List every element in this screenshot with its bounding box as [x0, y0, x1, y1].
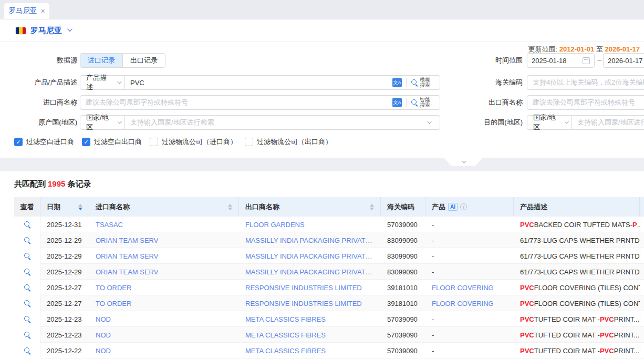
- sort-descending-icon[interactable]: [78, 208, 82, 210]
- view-search-icon[interactable]: [24, 315, 31, 323]
- view-record-button[interactable]: [14, 248, 40, 264]
- view-search-icon[interactable]: [24, 300, 31, 307]
- view-record-button[interactable]: [14, 280, 40, 295]
- column-header-exporter[interactable]: 出口商名称: [239, 197, 381, 217]
- exporter-cell: RESPONSIVE INDUSTRIES LIMITED: [239, 295, 381, 311]
- sort-ascending-icon[interactable]: [78, 204, 82, 207]
- checkbox-icon[interactable]: ✓: [82, 138, 90, 146]
- origin-country-select[interactable]: 国家/地区: [80, 115, 125, 130]
- product-type-value: 产品描述: [86, 73, 112, 92]
- importer-label: 进口商名称: [0, 95, 77, 110]
- date-end-input[interactable]: 2026-01-17: [603, 53, 644, 68]
- collapse-panel-button[interactable]: [444, 158, 483, 166]
- view-search-icon[interactable]: [24, 221, 31, 228]
- tab-romania[interactable]: 罗马尼亚 ×: [4, 3, 49, 19]
- exporter-link[interactable]: META CLASSICS FIBRES: [245, 331, 326, 339]
- fuzzy-search-button[interactable]: 模糊搜索: [411, 77, 430, 88]
- column-label: 查看: [20, 202, 34, 212]
- product-link[interactable]: FLOOR COVERING: [432, 284, 494, 292]
- importer-link[interactable]: NOD: [96, 331, 111, 339]
- importer-link[interactable]: TSASAC: [96, 221, 123, 229]
- view-record-button[interactable]: [14, 232, 40, 248]
- exporter-link[interactable]: META CLASSICS FIBRES: [245, 315, 326, 323]
- column-header-stub: [640, 197, 644, 217]
- exporter-link[interactable]: FLOOR GARDENS: [245, 221, 305, 229]
- checkbox-label: 过滤物流公司（进口商）: [162, 137, 237, 147]
- filter-checkbox-0[interactable]: ✓过滤空白进口商: [14, 137, 74, 147]
- smart-search-button[interactable]: 智能搜索: [411, 97, 430, 108]
- view-record-button[interactable]: [14, 311, 40, 327]
- date-cell: 2025-12-27: [40, 280, 89, 295]
- filter-checkbox-2[interactable]: 过滤物流公司（进口商）: [150, 137, 237, 147]
- view-search-icon[interactable]: [24, 237, 31, 244]
- description-text: TUFTED COIR MAT -: [534, 347, 600, 355]
- exporter-link[interactable]: META CLASSICS FIBRES: [245, 347, 326, 355]
- description-cell: PVC TUFTED COIR MAT - PVC PRINT...: [514, 311, 640, 327]
- sort-control[interactable]: [366, 204, 374, 210]
- exporter-link[interactable]: MASSILLY INDIA PACKAGING PRIVATE LIMI...: [245, 252, 375, 260]
- destination-country-input[interactable]: 支持输入国家/地区进行检索: [572, 115, 644, 130]
- exporter-link[interactable]: RESPONSIVE INDUSTRIES LIMITED: [245, 284, 362, 292]
- date-start-input[interactable]: 2025-01-18: [527, 53, 595, 68]
- filter-checkbox-3[interactable]: 过滤物流公司（出口商）: [245, 137, 332, 147]
- checkbox-icon[interactable]: [150, 138, 158, 146]
- view-record-button[interactable]: [14, 295, 40, 311]
- exporter-link[interactable]: MASSILLY INDIA PACKAGING PRIVATE LIMI...: [245, 237, 375, 244]
- importer-link[interactable]: ORIAN TEAM SERV: [96, 268, 158, 276]
- exporter-cell: MASSILLY INDIA PACKAGING PRIVATE LIMI...: [239, 232, 381, 248]
- sort-ascending-icon[interactable]: [228, 204, 232, 207]
- checkbox-icon[interactable]: [245, 138, 253, 146]
- importer-link[interactable]: NOD: [96, 315, 111, 323]
- info-icon[interactable]: i: [460, 203, 467, 210]
- chevron-down-icon[interactable]: [67, 26, 72, 32]
- translate-icon[interactable]: 文A: [392, 78, 402, 87]
- view-record-button[interactable]: [14, 327, 40, 343]
- exporter-input[interactable]: 建议去除公司尾部字符或特殊符号: [527, 95, 644, 110]
- exporter-link[interactable]: MASSILLY INDIA PACKAGING PRIVATE LIMI...: [245, 268, 375, 276]
- data-source-option-0[interactable]: 进口记录: [80, 54, 122, 67]
- view-search-icon[interactable]: [24, 284, 31, 291]
- importer-link[interactable]: NOD: [96, 347, 111, 355]
- sort-descending-icon[interactable]: [228, 208, 232, 210]
- column-header-date[interactable]: 日期: [40, 197, 89, 217]
- importer-link[interactable]: TO ORDER: [96, 300, 131, 307]
- importer-link[interactable]: ORIAN TEAM SERV: [96, 252, 158, 260]
- data-source-option-1[interactable]: 出口记录: [122, 54, 165, 67]
- tab-close-icon[interactable]: ×: [40, 7, 45, 15]
- exporter-cell: META CLASSICS FIBRES: [239, 343, 381, 358]
- hs-code-input[interactable]: 支持4位以上海关编码，或2位海关编码加: [527, 75, 644, 90]
- destination-country-select[interactable]: 国家/地区: [527, 115, 572, 130]
- hs-code-cell: 57039090: [381, 217, 425, 232]
- checkbox-icon[interactable]: ✓: [14, 138, 23, 146]
- view-search-icon[interactable]: [24, 252, 31, 260]
- filter-checkbox-1[interactable]: ✓过滤空白出口商: [82, 137, 142, 147]
- origin-country-input[interactable]: 支持输入国家/地区进行检索: [124, 115, 440, 130]
- sort-control[interactable]: [74, 204, 82, 210]
- view-record-button[interactable]: [14, 343, 40, 358]
- column-header-importer[interactable]: 进口商名称: [89, 197, 239, 217]
- view-search-icon[interactable]: [24, 331, 31, 339]
- checkbox-label: 过滤空白进口商: [26, 137, 74, 147]
- importer-placeholder: 建议去除公司尾部字符或特殊符号: [86, 98, 188, 107]
- sort-control[interactable]: [224, 204, 232, 210]
- view-search-icon[interactable]: [24, 347, 31, 354]
- importer-link[interactable]: TO ORDER: [96, 284, 131, 292]
- importer-link[interactable]: ORIAN TEAM SERV: [96, 237, 158, 244]
- view-record-button[interactable]: [14, 217, 40, 232]
- sort-ascending-icon[interactable]: [370, 204, 374, 207]
- description-text: TUFTED COIR MAT -: [534, 331, 600, 339]
- product-link[interactable]: FLOOR COVERING: [432, 300, 494, 307]
- exporter-cell: FLOOR GARDENS: [239, 217, 381, 232]
- exporter-cell: META CLASSICS FIBRES: [239, 327, 381, 343]
- exporter-link[interactable]: RESPONSIVE INDUSTRIES LIMITED: [245, 300, 362, 307]
- country-name[interactable]: 罗马尼亚: [30, 26, 62, 36]
- view-record-button[interactable]: [14, 264, 40, 280]
- view-search-icon[interactable]: [24, 268, 31, 275]
- product-search-input[interactable]: PVC 文A 模糊搜索: [124, 75, 440, 90]
- sort-descending-icon[interactable]: [370, 208, 374, 210]
- translate-icon[interactable]: 文A: [392, 98, 402, 107]
- highlighted-keyword: P: [632, 221, 637, 229]
- importer-input[interactable]: 建议去除公司尾部字符或特殊符号 文A 智能搜索: [80, 95, 440, 110]
- product-type-select[interactable]: 产品描述: [80, 75, 125, 90]
- date-range-separator: –: [597, 53, 602, 68]
